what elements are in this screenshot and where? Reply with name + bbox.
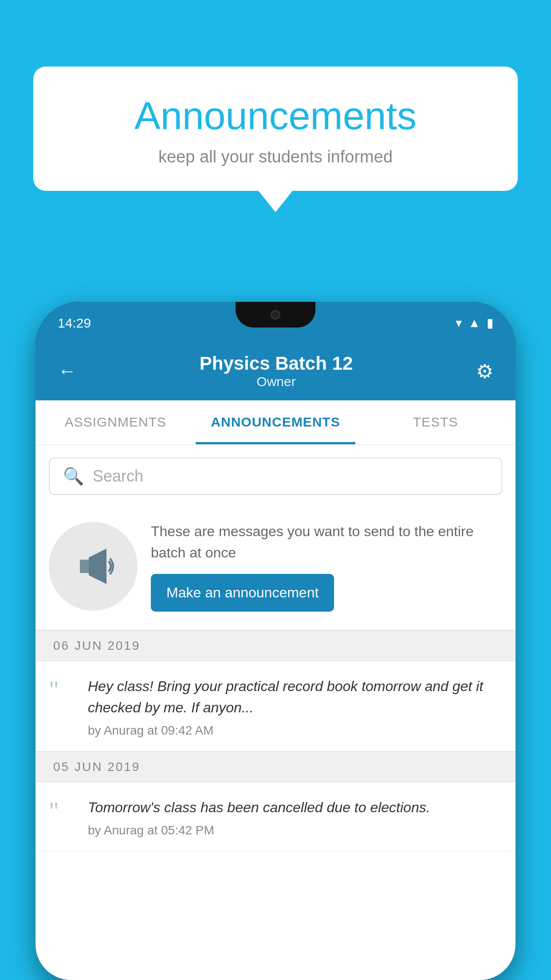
announcement-icon-circle: [49, 522, 138, 611]
announcement-body-1: Hey class! Bring your practical record b…: [88, 676, 502, 738]
status-time: 14:29: [58, 316, 91, 331]
announcement-text-1: Hey class! Bring your practical record b…: [88, 676, 502, 718]
search-icon: 🔍: [63, 466, 84, 486]
wifi-icon: ▾: [456, 316, 462, 330]
tab-assignments[interactable]: ASSIGNMENTS: [35, 400, 196, 444]
header-subtitle: Owner: [200, 374, 353, 389]
header-title: Physics Batch 12: [200, 353, 353, 374]
promo-right: These are messages you want to send to t…: [151, 521, 502, 612]
date-divider-2: 05 JUN 2019: [35, 751, 516, 782]
signal-icon: ▲: [468, 316, 480, 330]
status-icons: ▾ ▲ ▮: [456, 316, 493, 330]
tabs-container: ASSIGNMENTS ANNOUNCEMENTS TESTS: [35, 400, 516, 445]
speech-bubble: Announcements keep all your students inf…: [33, 67, 518, 191]
bubble-title: Announcements: [69, 93, 482, 138]
battery-icon: ▮: [487, 316, 493, 330]
announcement-text-2: Tomorrow's class has been cancelled due …: [88, 797, 502, 818]
megaphone-icon: [71, 544, 115, 589]
speech-bubble-container: Announcements keep all your students inf…: [33, 67, 518, 191]
settings-icon[interactable]: ⚙: [476, 360, 493, 383]
quote-icon-1: ": [49, 678, 75, 703]
announcement-item-2: " Tomorrow's class has been cancelled du…: [35, 782, 516, 851]
announcement-meta-2: by Anurag at 05:42 PM: [88, 823, 502, 838]
announcement-meta-1: by Anurag at 09:42 AM: [88, 723, 502, 738]
app-header: ← Physics Batch 12 Owner ⚙: [35, 344, 516, 400]
phone-frame: 14:29 ▾ ▲ ▮ ← Physics Batch 12 Owner ⚙ A…: [35, 302, 516, 980]
promo-description: These are messages you want to send to t…: [151, 521, 502, 563]
svg-marker-0: [80, 560, 89, 573]
make-announcement-button[interactable]: Make an announcement: [151, 574, 334, 612]
phone-content: 🔍 Search These are messages you want to …: [35, 445, 516, 980]
camera-dot: [271, 310, 280, 320]
bubble-subtitle: keep all your students informed: [69, 147, 482, 166]
announcement-body-2: Tomorrow's class has been cancelled due …: [88, 797, 502, 838]
date-divider-1: 06 JUN 2019: [35, 630, 516, 661]
svg-marker-1: [89, 549, 106, 584]
header-center: Physics Batch 12 Owner: [200, 353, 353, 389]
promo-section: These are messages you want to send to t…: [35, 507, 516, 630]
back-button[interactable]: ←: [58, 360, 76, 382]
status-bar: 14:29 ▾ ▲ ▮: [35, 302, 516, 344]
search-placeholder: Search: [93, 467, 143, 486]
search-bar[interactable]: 🔍 Search: [49, 458, 502, 495]
quote-icon-2: ": [49, 799, 75, 824]
notch: [236, 302, 315, 328]
tab-tests[interactable]: TESTS: [355, 400, 516, 444]
tab-announcements[interactable]: ANNOUNCEMENTS: [196, 400, 356, 444]
announcement-item-1: " Hey class! Bring your practical record…: [35, 661, 516, 751]
